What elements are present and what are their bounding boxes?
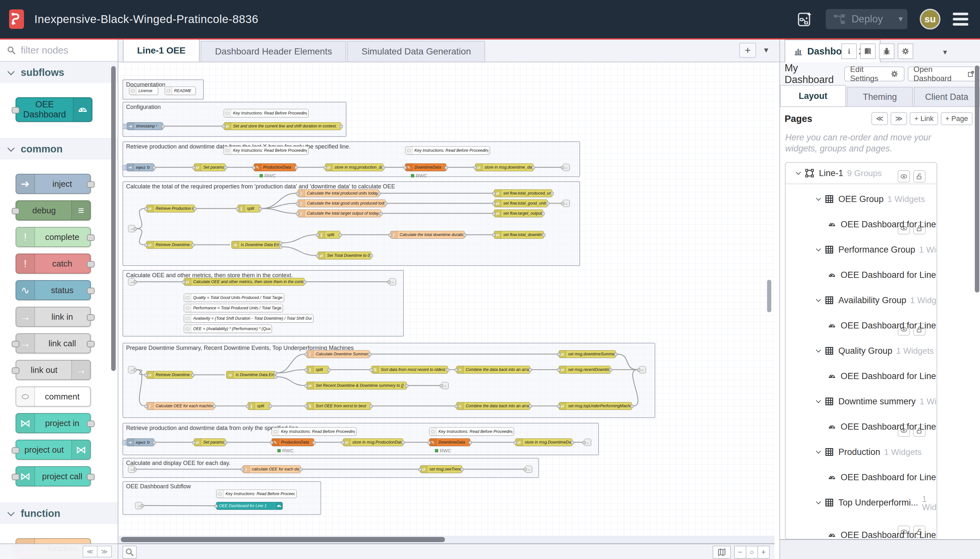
flow-node-change[interactable]: ⇄store in msg.downtime_data <box>475 164 533 171</box>
main-menu-button[interactable] <box>953 10 968 28</box>
comment-node[interactable]: Key Instructions: Read Before Proceeding <box>224 109 309 117</box>
chevron-down-icon[interactable] <box>816 398 821 404</box>
palette-section-function[interactable]: function <box>0 503 118 524</box>
comment-node[interactable]: README <box>165 86 196 95</box>
flow-node-change[interactable]: ⇄set flow.target_output <box>494 210 543 217</box>
flow-node-join[interactable]: ≡Combine the data back into an array. <box>456 402 530 410</box>
palette-filter-input[interactable] <box>21 45 102 56</box>
flow-node-func[interactable]: ƒCalculate OEE for each machine <box>146 402 214 410</box>
sidebar-scrollbar[interactable] <box>975 66 979 293</box>
inject-button[interactable] <box>122 165 127 170</box>
chevron-down-icon[interactable] <box>816 196 821 201</box>
flow-assistant-icon[interactable] <box>797 11 813 28</box>
flow-node-change[interactable]: ⇄set flow.total_downtime <box>494 231 544 239</box>
add-page-button[interactable]: + Page <box>941 112 973 125</box>
chevron-down-icon[interactable] <box>796 170 801 175</box>
flow-node-change[interactable]: ⇄set msg.oeeTrend <box>420 465 462 473</box>
flow-node-change[interactable]: ⇄Calculate OEE and other metrics, then s… <box>184 278 305 286</box>
expand-all-pages-button[interactable]: ≫ <box>891 112 907 125</box>
chevron-down-icon[interactable] <box>816 347 821 353</box>
widget-row[interactable]: OEE Dashboard for Line 1 <box>785 420 937 434</box>
chevron-down-icon[interactable] <box>816 449 821 454</box>
minimap-button[interactable] <box>713 546 731 559</box>
flow-node-split[interactable]: ∥split <box>306 366 329 374</box>
palette-section-subflows[interactable]: subflows <box>0 61 118 83</box>
flow-canvas[interactable]: DocumentationConfigurationRetrieve produ… <box>118 62 775 536</box>
tree-row-downtime-summery[interactable]: Downtime summery1 Widgets <box>785 394 937 408</box>
info-tab-button[interactable]: i <box>841 43 857 59</box>
tree-row-quality-group[interactable]: Quality Group1 Widgets <box>785 344 937 358</box>
palette-node-inject[interactable]: ➔inject <box>16 174 91 194</box>
flow-node-change[interactable]: ⇄Retrieve Downtime Data <box>146 241 193 249</box>
palette-collapse-all-button[interactable]: ≪ <box>82 546 97 557</box>
tree-row-performance-group[interactable]: Performance Group1 Widgets <box>785 243 937 257</box>
add-flow-button[interactable]: + <box>739 43 756 58</box>
palette-node-project-in[interactable]: ⋈project in <box>16 413 91 433</box>
flow-node-split[interactable]: ∥split <box>238 205 260 212</box>
palette-node-status[interactable]: ∿status <box>16 280 91 300</box>
edit-settings-button[interactable]: Edit Settings <box>844 66 904 81</box>
flow-node-change[interactable]: ⇄Retrieve Production Data <box>146 205 195 212</box>
comment-node[interactable]: Key Instructions: Read Before Proceeding <box>224 146 309 155</box>
chevron-down-icon[interactable] <box>816 246 821 251</box>
flow-node-sort[interactable]: ⇅Sort data from most recent to oldest <box>371 366 448 374</box>
canvas-vertical-scrollbar[interactable] <box>767 280 771 312</box>
palette-node-link-in[interactable]: →link in <box>16 307 91 327</box>
tab-layout[interactable]: Layout <box>780 85 846 106</box>
inject-button[interactable] <box>122 124 127 129</box>
flow-node-template[interactable]: ✎DowntimeData <box>405 164 446 171</box>
flow-node-linkin[interactable]: →→ <box>128 225 135 232</box>
flow-node-change[interactable]: ⇄Set Total Downtime to 0 <box>318 251 371 260</box>
flow-node-change[interactable]: ⇄store in msg.production_data <box>325 164 383 171</box>
flow-node-linkin[interactable]: →→ <box>128 466 135 473</box>
widget-row[interactable]: OEE Dashboard for Line 1 <box>785 318 937 333</box>
zoom-reset-button[interactable]: ○ <box>746 546 758 559</box>
comment-node[interactable]: Quality = Total Good Units Produced / To… <box>184 293 284 302</box>
flow-node-change[interactable]: ⇄Set and store the current line and shif… <box>224 122 341 130</box>
canvas-horizontal-scrollbar[interactable] <box>118 536 775 543</box>
flow-node-change[interactable]: ⇄set flow.total_produced_units <box>494 189 552 197</box>
flow-node-subflow[interactable]: OEE Dashboard for Line 1 <box>216 502 282 510</box>
tree-row-oee-group[interactable]: OEE Group1 Widgets <box>785 192 937 206</box>
flow-node-inject[interactable]: ➔inject ↻ <box>126 438 154 446</box>
flow-node-change[interactable]: ⇄set msg.topUnderPerformingMachines <box>559 402 632 410</box>
comment-node[interactable]: Availavity = (Total Shift Duration - Tot… <box>184 314 313 322</box>
flow-node-linkout[interactable]: →→ <box>563 200 570 207</box>
palette-node-catch[interactable]: !catch <box>16 253 91 274</box>
flow-node-switch[interactable]: ⇉Is Downtime Data Empty? <box>226 371 276 379</box>
widget-row[interactable]: OEE Dashboard for Line 1 <box>785 268 937 282</box>
chevron-down-icon[interactable] <box>816 297 821 302</box>
palette-node-project-call[interactable]: ⋈project call <box>16 466 91 486</box>
comment-node[interactable]: License <box>129 86 158 95</box>
flow-node-change[interactable]: ⇄Retrieve Downtime Data <box>146 371 193 379</box>
flow-node-linkin[interactable]: →→ <box>128 366 135 373</box>
flow-tab-line-1-oee[interactable]: Line-1 OEE <box>123 39 200 61</box>
palette-node-debug[interactable]: ≡debug <box>16 200 91 220</box>
flow-node-split[interactable]: ∥split <box>318 231 340 239</box>
palette-node-project-out[interactable]: ⋈project out <box>16 440 91 460</box>
flow-node-change[interactable]: ⇄Set Recent Downtime & Downtime summery … <box>306 382 407 389</box>
widget-row[interactable]: OEE Dashboard for Line 1 <box>785 528 937 539</box>
visibility-toggle-button[interactable] <box>898 170 910 182</box>
widget-row[interactable]: OEE Dashboard for Line 1 <box>785 217 937 232</box>
flow-node-inject[interactable]: ➔inject ↻ <box>126 164 154 171</box>
palette-node-complete[interactable]: !complete <box>16 227 91 247</box>
widget-row[interactable]: OEE Dashboard for Line 1 <box>785 369 937 383</box>
flow-node-change[interactable]: ⇄store in msg.DowntimeData <box>515 438 572 446</box>
flow-tab-simulated-data-generation[interactable]: Simulated Data Generation <box>347 41 485 61</box>
open-dashboard-button[interactable]: Open Dashboard <box>908 66 980 81</box>
sidebar-tabs-caret[interactable]: ▼ <box>942 49 948 56</box>
zoom-in-button[interactable]: + <box>757 546 770 559</box>
chevron-down-icon[interactable] <box>816 499 821 504</box>
inject-button[interactable] <box>122 440 127 445</box>
deploy-options-caret[interactable]: ▼ <box>891 15 904 23</box>
user-avatar[interactable]: su <box>920 9 940 30</box>
flow-node-sort[interactable]: ⇅Sort OEE from worst to best <box>306 402 371 410</box>
add-link-button[interactable]: + Link <box>910 112 938 125</box>
flow-group[interactable]: Calculate and display OEE for each day. <box>122 458 539 478</box>
flow-node-linkout[interactable]: →→ <box>389 278 396 285</box>
flow-group[interactable]: OEE Dashboard Subflow <box>122 481 321 515</box>
flow-node-inject[interactable]: ➔timestamp ¹ <box>127 122 163 130</box>
flow-node-func[interactable]: ƒCalculate the total downtime duration <box>390 231 465 239</box>
flow-node-func[interactable]: ƒCalculate Downtime Summery <box>306 350 370 358</box>
